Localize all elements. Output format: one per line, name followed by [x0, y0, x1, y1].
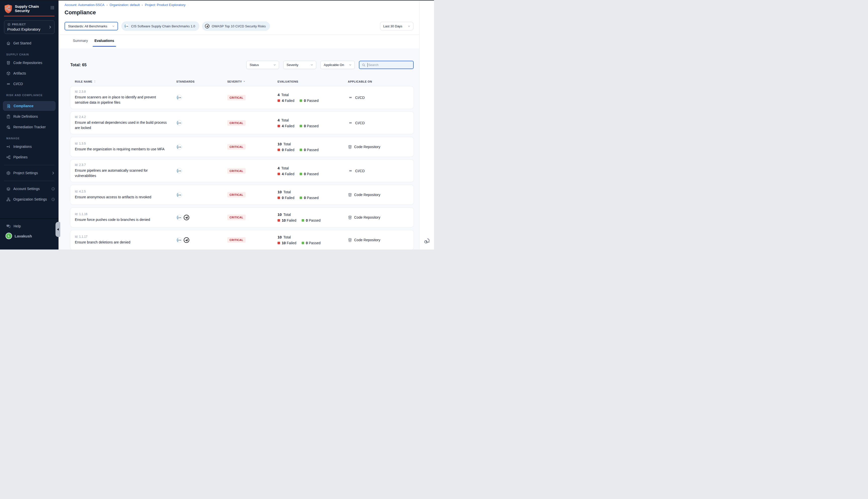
help-chat-icon: ?	[6, 224, 11, 228]
severity-badge: CRITICAL	[227, 215, 246, 220]
standards-dropdown[interactable]: Standards: All Benchmarks	[64, 22, 118, 31]
support-chat-icon[interactable]	[423, 238, 430, 244]
chevron-down-icon	[349, 63, 352, 66]
rule-id: Id: 4.2.5	[75, 190, 176, 193]
sidebar-item-rule-definitions[interactable]: Rule Definitions	[0, 112, 59, 121]
app-grid-icon[interactable]	[50, 5, 55, 10]
sidebar-item-account-settings[interactable]: Account Settings	[0, 184, 59, 193]
evaluations-total: 10 Total	[278, 142, 348, 146]
chevron-down-icon	[310, 63, 313, 66]
sort-updown-icon[interactable]	[94, 80, 96, 83]
code-repository-icon	[348, 145, 352, 149]
evaluations-total: 10 Total	[278, 212, 348, 217]
applicable-on-filter-dropdown[interactable]: Applicable On	[321, 61, 354, 69]
info-icon[interactable]	[51, 187, 55, 191]
search-box[interactable]	[359, 61, 414, 69]
breadcrumb-account[interactable]: Account: Automation-SSCA	[64, 3, 105, 7]
column-rule-name[interactable]: RULE NAME	[75, 80, 176, 83]
sidebar-section-risk-and-compliance: RISK AND COMPLIANCE	[0, 90, 59, 99]
failed-square-icon	[278, 99, 280, 102]
sidebar-item-integrations[interactable]: Integrations	[0, 142, 59, 151]
sidebar-item-remediation-tracker[interactable]: Remediation Tracker	[0, 123, 59, 131]
svg-text:?: ?	[7, 224, 8, 227]
sidebar-footer-nav: Project SettingsAccount SettingsOrganiza…	[0, 165, 59, 204]
severity-filter-dropdown[interactable]: Severity	[283, 61, 316, 69]
chevron-down-icon	[112, 25, 115, 28]
project-label: PROJECT	[12, 23, 26, 26]
severity-filter-label: Severity	[287, 63, 298, 67]
sidebar-item-ci-cd[interactable]: CI/CD	[0, 80, 59, 88]
compliance-icon	[7, 104, 11, 108]
rule-id: Id: 1.1.17	[75, 235, 176, 239]
rule-row-id-1-1-17[interactable]: Id: 1.1.17Ensure branch deletions are de…	[70, 230, 414, 250]
code-repository-icon	[348, 193, 352, 197]
sidebar-divider	[4, 181, 55, 181]
project-switcher[interactable]: PROJECT Product Exploratory	[4, 20, 55, 34]
rule-row-id-2-3-7[interactable]: Id: 2.3.7Ensure pipelines are automatica…	[70, 160, 414, 182]
sidebar-item-organization-settings[interactable]: Organization Settings	[0, 195, 59, 204]
sidebar-section-manage: MANAGE	[0, 133, 59, 142]
status-filter-dropdown[interactable]: Status	[246, 61, 279, 69]
tab-evaluations[interactable]: Evaluations	[94, 35, 114, 47]
applicable-on-cell: CI/CD	[348, 169, 414, 173]
sidebar-item-label: Rule Definitions	[13, 114, 38, 119]
sidebar-item-artifacts[interactable]: Artifacts	[0, 69, 59, 77]
page-title: Compliance	[64, 9, 420, 16]
sidebar-item-project-settings[interactable]: Project Settings	[0, 169, 59, 177]
evaluations-cell: 4 Total4Failed0Passed	[278, 166, 348, 176]
evaluations-cell: 10 Total0Failed0Passed	[278, 142, 348, 152]
rule-id: Id: 2.3.7	[75, 163, 176, 167]
standard-chip-owasp-top-10-ci-cd-security-risks[interactable]: OWASP Top 10 CI/CD Security Risks	[202, 22, 270, 31]
sidebar-item-code-repositories[interactable]: Code Repositories	[0, 59, 59, 67]
tab-summary[interactable]: Summary	[73, 35, 88, 47]
rule-row-id-1-3-5[interactable]: Id: 1.3.5Ensure the organization is requ…	[70, 137, 414, 157]
date-range-dropdown[interactable]: Last 30 Days	[380, 22, 413, 31]
breadcrumb-project[interactable]: Project: Product Exploratory	[145, 3, 185, 7]
sidebar-item-label: Pipelines	[13, 155, 28, 159]
status-filter-label: Status	[250, 63, 259, 67]
passed-count: 0	[306, 218, 308, 222]
rule-row-id-2-4-2[interactable]: Id: 2.4.2Ensure all external dependencie…	[70, 112, 414, 134]
info-icon[interactable]	[51, 197, 55, 201]
user-menu[interactable]: L Lavakush	[0, 233, 59, 239]
sidebar-item-compliance[interactable]: Compliance	[3, 101, 56, 111]
cis-logo: CIS	[176, 120, 182, 126]
sidebar-item-get-started[interactable]: Get Started	[0, 39, 59, 47]
owasp-icon	[183, 214, 190, 221]
failed-label: Failed	[285, 124, 294, 128]
severity-cell: CRITICAL	[227, 237, 278, 243]
sidebar-collapse-handle[interactable]	[56, 222, 60, 237]
failed-label: Failed	[285, 148, 294, 152]
search-input[interactable]	[368, 63, 411, 67]
breadcrumb-organization[interactable]: Organization: default	[109, 3, 140, 7]
rule-id: Id: 2.3.8	[75, 90, 176, 93]
evaluations-cell: 10 Total10Failed0Passed	[278, 235, 348, 245]
standard-chip-cis-software-supply-chain-benchmarks-1-0[interactable]: CISCIS Software Supply Chain Benchmarks …	[122, 22, 199, 31]
failed-label: Failed	[285, 196, 294, 200]
sidebar-item-pipelines[interactable]: Pipelines	[0, 153, 59, 161]
sidebar-item-label: Organization Settings	[13, 197, 47, 201]
passed-count: 0	[304, 148, 306, 152]
standards-dropdown-value: Standards: All Benchmarks	[68, 24, 107, 28]
chevron-right-icon	[48, 25, 52, 29]
evaluations-cell: 4 Total4Failed0Passed	[278, 118, 348, 128]
column-evaluations: EVALUATIONS	[278, 80, 348, 83]
brand-divider	[4, 16, 55, 16]
rule-name: Ensure branch deletions are denied	[75, 240, 176, 245]
rule-row-id-1-1-16[interactable]: Id: 1.1.16Ensure force pushes code to br…	[70, 208, 414, 227]
owasp-icon	[205, 24, 210, 28]
column-severity[interactable]: SEVERITY	[227, 80, 278, 83]
passed-square-icon	[300, 173, 302, 175]
severity-badge: CRITICAL	[227, 192, 246, 197]
sidebar-item-help[interactable]: ? Help	[0, 222, 59, 230]
sidebar-item-label: Get Started	[13, 41, 32, 45]
severity-badge: CRITICAL	[227, 95, 246, 100]
pipelines-icon	[6, 155, 11, 159]
rule-row-id-2-3-8[interactable]: Id: 2.3.8Ensure scanners are in place to…	[70, 86, 414, 109]
svg-text:CIS: CIS	[178, 146, 181, 148]
caret-down-icon[interactable]	[243, 80, 245, 83]
integrations-icon	[6, 145, 11, 149]
cis-logo: CIS	[176, 144, 182, 150]
cis-logo: CIS	[176, 215, 182, 220]
rule-row-id-4-2-5[interactable]: Id: 4.2.5Ensure anonymous access to arti…	[70, 185, 414, 205]
